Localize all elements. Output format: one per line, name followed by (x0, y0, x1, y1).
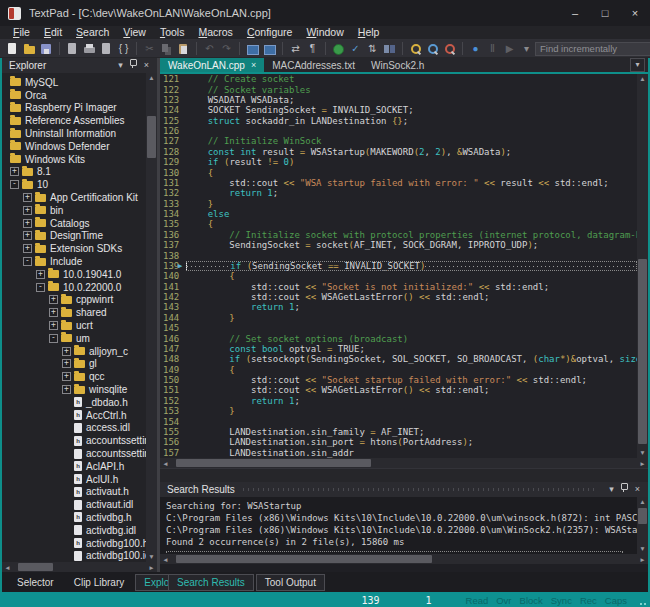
code-line[interactable]: 123 WSADATA WSAData; (160, 95, 637, 105)
code-line[interactable]: 134 else (160, 209, 637, 219)
tree-item-ucrt[interactable]: +ucrt (2, 319, 146, 332)
code-line[interactable]: 154 (160, 416, 637, 426)
scroll-right-icon[interactable]: ► (637, 460, 648, 467)
menu-macros[interactable]: Macros (191, 26, 239, 39)
view-in-browser-icon[interactable] (331, 42, 346, 56)
expand-collapsed-icon[interactable]: + (36, 270, 45, 279)
tree-item-orca[interactable]: Orca (2, 89, 146, 102)
expand-collapsed-icon[interactable]: + (49, 295, 58, 304)
pause-macro-icon[interactable]: Ⅱ (485, 41, 500, 56)
tree-item-activdbg-h[interactable]: hactivdbg.h (2, 511, 146, 524)
find-incrementally-input[interactable] (535, 42, 650, 56)
code-line[interactable]: 143 return 1; (160, 302, 637, 312)
compare-files-icon[interactable] (382, 42, 397, 56)
paste-icon[interactable] (176, 42, 191, 56)
tree-item-designtime[interactable]: +DesignTime (2, 230, 146, 243)
tree-item-10-0-19041-0[interactable]: +10.0.19041.0 (2, 268, 146, 281)
redo-icon[interactable]: ↷ (219, 41, 234, 56)
cut-icon[interactable]: ✂ (142, 41, 157, 56)
tree-item-gl[interactable]: +gl (2, 358, 146, 371)
tree-item-extension-sdks[interactable]: +Extension SDKs (2, 242, 146, 255)
expand-collapsed-icon[interactable]: + (49, 321, 58, 330)
code-line[interactable]: 132 return 1; (160, 188, 637, 198)
tree-item-accountssettin[interactable]: haccountssettin (2, 434, 146, 447)
tree-item-windows-kits[interactable]: Windows Kits (2, 153, 146, 166)
code-line[interactable]: 157 LANDestination.sin_addr (160, 448, 637, 458)
code-line[interactable]: 142 std::cout << WSAGetLastError() << st… (160, 292, 637, 302)
expand-collapsed-icon[interactable]: + (49, 308, 58, 317)
tree-item-accctrl-h[interactable]: hAccCtrl.h (2, 409, 146, 422)
sort-icon[interactable]: ⇅ (365, 41, 380, 56)
tab-list-dropdown-icon[interactable]: ▾ (630, 58, 645, 72)
status-flag-caps[interactable]: Caps (605, 595, 627, 606)
new-file-icon[interactable] (5, 42, 20, 56)
expand-collapsed-icon[interactable]: + (62, 372, 71, 381)
scroll-up-icon[interactable]: ▲ (637, 497, 648, 507)
tree-item-qcc[interactable]: +qcc (2, 370, 146, 383)
output-tab-tool-output[interactable]: Tool Output (256, 574, 325, 591)
status-flag-rec[interactable]: Rec (580, 595, 597, 606)
expand-expanded-icon[interactable]: - (49, 334, 58, 343)
code-line[interactable]: 145 (160, 323, 637, 333)
tree-item-accountssettin[interactable]: accountssettin (2, 447, 146, 460)
code-line[interactable]: 148 if (setsockopt(SendingSocket, SOL_SO… (160, 354, 637, 364)
scroll-thumb[interactable] (176, 555, 432, 563)
scroll-left-icon[interactable]: ◄ (2, 564, 13, 571)
tab-wakeonlan-cpp[interactable]: WakeOnLAN.cpp× (160, 58, 264, 72)
tree-item-activdbg100-h[interactable]: hactivdbg100.h (2, 537, 146, 550)
menu-window[interactable]: Window (299, 26, 350, 39)
expand-expanded-icon[interactable]: - (10, 180, 19, 189)
status-flag-read[interactable]: Read (466, 595, 489, 606)
tree-item-access-idl[interactable]: access.idl (2, 422, 146, 435)
save-file-icon[interactable] (39, 42, 54, 56)
scroll-right-icon[interactable]: ► (146, 564, 157, 571)
code-line[interactable]: 141 std::cout << "Socket is not initiali… (160, 282, 637, 292)
tree-item-uninstall-information[interactable]: Uninstall Information (2, 127, 146, 140)
code-line[interactable]: 136 // Initialize socket with protocol p… (160, 230, 637, 240)
open-file-icon[interactable] (22, 42, 37, 56)
expand-collapsed-icon[interactable]: + (62, 347, 71, 356)
code-line[interactable]: 144 } (160, 313, 637, 323)
scroll-up-icon[interactable]: ▲ (637, 74, 648, 84)
tab-winsock2-h[interactable]: WinSock2.h (363, 58, 432, 72)
indent-icon[interactable] (245, 42, 260, 56)
word-wrap-icon[interactable]: ⇄ (288, 41, 303, 56)
macro-list-icon[interactable]: ▾ (519, 41, 534, 56)
code-line[interactable]: 130 { (160, 167, 637, 177)
find-in-files-icon[interactable] (425, 42, 440, 56)
scroll-right-icon[interactable]: ► (637, 556, 648, 563)
code-line[interactable]: 127 // Initialize WinSock (160, 136, 637, 146)
tab-close-icon[interactable]: × (251, 60, 256, 70)
menu-help[interactable]: Help (351, 26, 387, 39)
expand-collapsed-icon[interactable]: + (23, 206, 32, 215)
search-close-icon[interactable]: × (631, 482, 644, 497)
expand-collapsed-icon[interactable]: + (10, 167, 19, 176)
scroll-left-icon[interactable]: ◄ (160, 556, 171, 563)
tree-item-aclapi-h[interactable]: hAclAPI.h (2, 460, 146, 473)
code-editor[interactable]: 121 // Create socket122 // Socket variab… (160, 74, 637, 458)
scroll-down-icon[interactable]: ▼ (146, 552, 157, 562)
status-column-number[interactable]: 1 (425, 595, 431, 606)
code-line[interactable]: 146 // Set socket options (broadcast) (160, 333, 637, 343)
replace-icon[interactable] (442, 42, 457, 56)
code-line[interactable]: 138 (160, 250, 637, 260)
match-brace-icon[interactable]: { } (116, 41, 131, 56)
menu-configure[interactable]: Configure (240, 26, 300, 39)
expand-expanded-icon[interactable]: - (23, 257, 32, 266)
tree-item-dbdao-h[interactable]: h_dbdao.h (2, 396, 146, 409)
scroll-thumb[interactable] (147, 116, 156, 158)
code-line[interactable]: 137 SendingSocket = socket(AF_INET, SOCK… (160, 240, 637, 250)
print-icon[interactable] (82, 42, 97, 56)
explorer-dropdown-icon[interactable]: ▾ (114, 58, 127, 73)
code-line[interactable]: 129 if (result != 0) (160, 157, 637, 167)
close-button[interactable]: × (620, 0, 650, 26)
explorer-pin-icon[interactable] (127, 58, 140, 73)
tab-macaddresses-txt[interactable]: MACAddresses.txt (264, 58, 363, 72)
tree-item-8-1[interactable]: +8.1 (2, 166, 146, 179)
tree-item-activdbg-idl[interactable]: activdbg.idl (2, 524, 146, 537)
tree-item-activaut-idl[interactable]: activaut.idl (2, 498, 146, 511)
record-macro-icon[interactable]: ● (468, 41, 483, 56)
menu-file[interactable]: File (6, 26, 37, 39)
expand-collapsed-icon[interactable]: + (62, 359, 71, 368)
tree-item-windows-defender[interactable]: Windows Defender (2, 140, 146, 153)
